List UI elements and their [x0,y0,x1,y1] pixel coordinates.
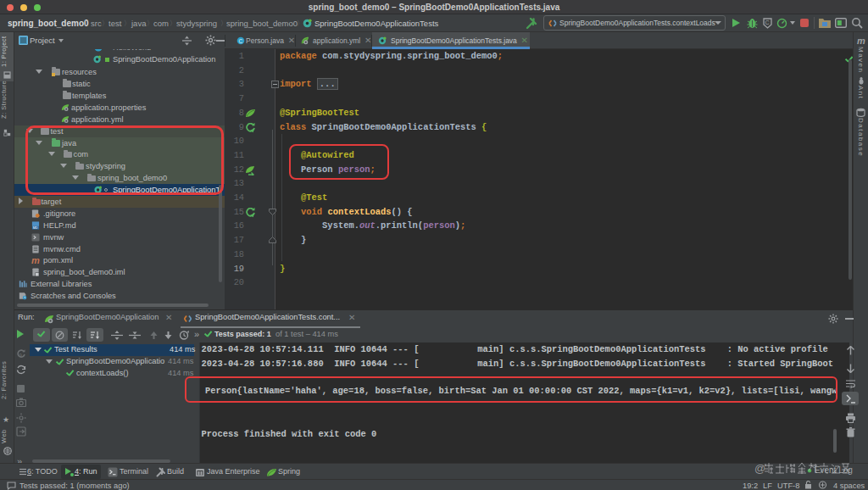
svg-text:MD: MD [33,226,38,230]
svg-text:C: C [765,19,770,25]
svg-text:C: C [239,38,243,44]
